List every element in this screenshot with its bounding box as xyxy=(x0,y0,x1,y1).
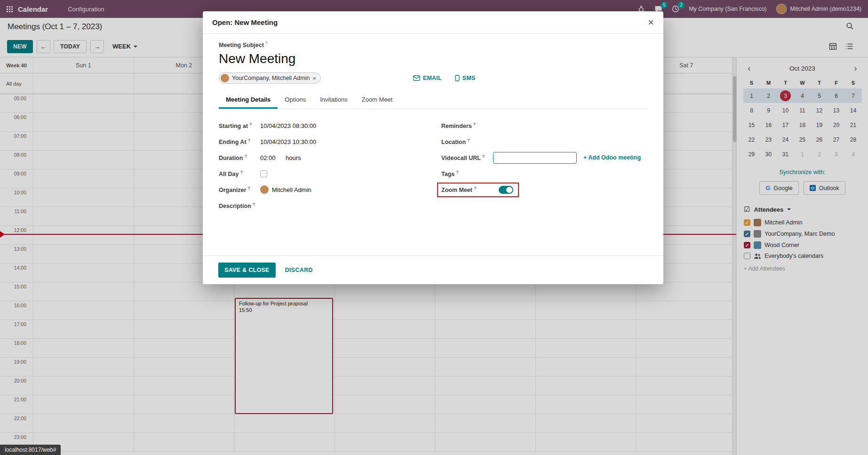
help-icon xyxy=(249,122,252,127)
mobile-icon xyxy=(455,75,460,81)
envelope-icon xyxy=(413,75,420,81)
location-label: Location xyxy=(441,138,493,145)
modal-header: Open: New Meeting xyxy=(203,11,663,34)
videocall-url-label: Videocall URL xyxy=(441,154,493,161)
help-icon xyxy=(473,122,476,127)
close-icon[interactable] xyxy=(648,17,654,28)
remove-tag-icon[interactable] xyxy=(312,75,316,82)
tags-label: Tags xyxy=(441,170,493,177)
help-icon xyxy=(456,170,459,175)
email-label: EMAIL xyxy=(423,75,442,81)
tab-meeting-details[interactable]: Meeting Details xyxy=(219,92,278,109)
all-day-checkbox[interactable] xyxy=(260,170,267,177)
discard-button[interactable]: DISCARD xyxy=(280,263,318,278)
organizer-label: Organizer xyxy=(219,186,260,193)
help-icon xyxy=(247,186,250,191)
attendee-tag-label: YourCompany, Mitchell Admin xyxy=(232,75,310,81)
sms-label: SMS xyxy=(462,75,476,81)
screen: Calendar Configuration 5 2 My Company (S… xyxy=(0,0,868,455)
help-icon xyxy=(467,138,470,143)
ending-at-field[interactable]: 10/04/2023 10:30:00 xyxy=(260,138,316,145)
help-icon xyxy=(474,186,477,191)
attendee-tag[interactable]: YourCompany, Mitchell Admin xyxy=(219,72,321,84)
meeting-subject-input[interactable]: New Meeting xyxy=(219,51,647,66)
modal-body: Meeting Subject New Meeting YourCompany,… xyxy=(203,34,663,255)
meeting-subject-label: Meeting Subject xyxy=(219,42,264,48)
description-label: Description xyxy=(219,202,260,209)
help-icon xyxy=(244,154,247,159)
reminders-label: Reminders xyxy=(441,122,493,129)
browser-status-bar: localhost:8017/web# xyxy=(0,445,61,455)
help-icon xyxy=(240,170,243,175)
help-icon xyxy=(248,138,251,143)
duration-field[interactable]: 02:00 xyxy=(260,154,286,161)
new-meeting-modal: Open: New Meeting Meeting Subject New Me… xyxy=(203,11,663,284)
duration-label: Duration xyxy=(219,154,260,161)
avatar xyxy=(260,185,269,194)
help-icon xyxy=(253,202,255,207)
starting-at-label: Starting at xyxy=(219,122,260,129)
modal-title: Open: New Meeting xyxy=(212,18,278,26)
email-button[interactable]: EMAIL xyxy=(413,75,442,81)
organizer-field[interactable]: Mitchell Admin xyxy=(260,185,311,194)
ending-at-label: Ending At xyxy=(219,138,260,145)
organizer-name: Mitchell Admin xyxy=(272,186,311,193)
zoom-meet-label: Zoom Meet xyxy=(441,186,493,193)
starting-at-field[interactable]: 10/04/2023 08:30:00 xyxy=(260,122,316,129)
tab-options[interactable]: Options xyxy=(278,92,313,109)
modal-footer: SAVE & CLOSE DISCARD xyxy=(203,255,663,284)
tab-invitations[interactable]: Invitations xyxy=(313,92,355,109)
zoom-meet-toggle[interactable] xyxy=(499,186,513,194)
help-icon xyxy=(482,154,485,159)
avatar xyxy=(221,74,229,82)
all-day-label: All Day xyxy=(219,170,260,177)
add-odoo-meeting-link[interactable]: + Add Odoo meeting xyxy=(583,154,641,161)
help-icon xyxy=(265,40,268,45)
modal-tabs: Meeting DetailsOptionsInvitationsZoom Me… xyxy=(219,92,647,109)
sms-button[interactable]: SMS xyxy=(455,75,476,81)
tab-zoom-meet[interactable]: Zoom Meet xyxy=(355,92,400,109)
videocall-url-input[interactable] xyxy=(493,152,577,164)
duration-unit: hours xyxy=(286,154,301,161)
save-close-button[interactable]: SAVE & CLOSE xyxy=(218,263,276,278)
zoom-meet-highlight: Zoom Meet xyxy=(437,183,519,197)
